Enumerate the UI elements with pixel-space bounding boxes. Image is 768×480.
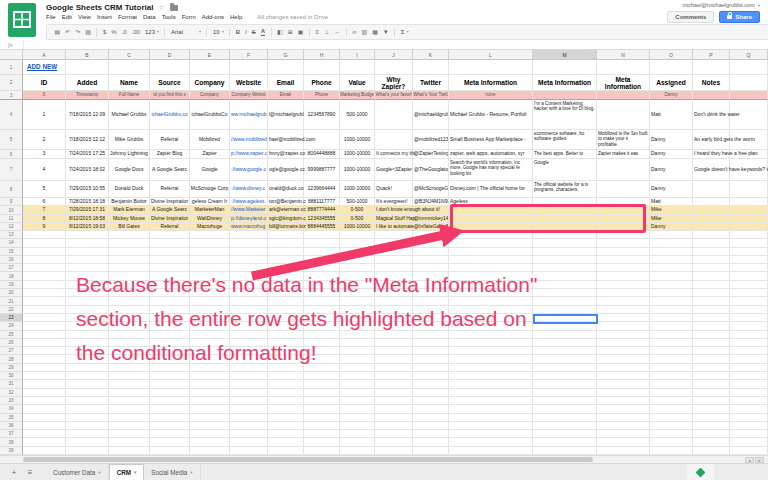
cell[interactable] (597, 322, 650, 330)
cell[interactable]: @mobilized1234 (413, 130, 449, 150)
cell[interactable] (23, 272, 66, 280)
row-number[interactable]: 4 (0, 100, 23, 130)
percent-format-icon[interactable]: % (111, 29, 116, 35)
cell[interactable]: Search the world's information, inc more… (449, 159, 533, 181)
cell[interactable]: Matt (650, 100, 693, 130)
cell[interactable] (693, 264, 730, 272)
cell[interactable] (413, 414, 449, 422)
cell[interactable] (268, 60, 304, 75)
cell[interactable] (23, 331, 66, 339)
cell[interactable] (413, 248, 449, 256)
cell[interactable] (340, 60, 375, 75)
cell[interactable] (375, 380, 413, 388)
cell[interactable] (150, 248, 190, 256)
cell[interactable]: 500-1000 (340, 100, 375, 130)
menu-help[interactable]: Help (230, 14, 242, 20)
italic-icon[interactable]: I (245, 29, 247, 35)
cell[interactable] (650, 281, 693, 289)
cell[interactable] (150, 447, 190, 455)
cell[interactable]: @McScroogeGold (413, 181, 449, 198)
cell[interactable] (730, 380, 768, 388)
cell[interactable] (340, 405, 375, 413)
menu-edit[interactable]: Edit (62, 14, 72, 20)
cell[interactable] (597, 422, 650, 430)
cell[interactable] (730, 322, 768, 330)
cell[interactable]: Danny (650, 223, 693, 231)
cell[interactable] (230, 231, 268, 239)
cell[interactable]: p://disneyland.o (230, 215, 268, 223)
menu-data[interactable]: Data (143, 14, 156, 20)
cell[interactable] (730, 364, 768, 372)
cell[interactable]: 3 (23, 150, 66, 159)
cell[interactable] (730, 206, 768, 215)
text-wrap-icon[interactable]: ↔ (334, 29, 340, 35)
row-number[interactable]: 3 (0, 91, 23, 100)
row-number[interactable]: 6 (0, 150, 23, 159)
column-header[interactable]: Q (730, 50, 768, 60)
row-number[interactable]: 34 (0, 405, 23, 413)
cell[interactable]: 1234567890 (304, 100, 340, 130)
menu-add-ons[interactable]: Add-ons (202, 14, 224, 20)
cell[interactable] (190, 397, 230, 405)
cell[interactable] (597, 281, 650, 289)
cell[interactable] (340, 239, 375, 247)
cell[interactable] (693, 372, 730, 380)
cell[interactable] (190, 256, 230, 264)
cell[interactable] (23, 438, 66, 446)
cell[interactable]: WaltDisney (190, 215, 230, 223)
column-header[interactable]: J (375, 50, 413, 60)
cell[interactable]: Danny (650, 150, 693, 159)
cell[interactable] (23, 430, 66, 438)
cell[interactable] (650, 414, 693, 422)
font-family-dropdown[interactable]: Arial ▾ (171, 29, 201, 35)
cell[interactable] (190, 389, 230, 397)
cell[interactable] (693, 447, 730, 455)
cell[interactable] (730, 91, 768, 100)
menu-insert[interactable]: Insert (97, 14, 112, 20)
cell[interactable] (23, 447, 66, 455)
cell[interactable]: Marketing Budge (340, 91, 375, 100)
cell[interactable] (533, 397, 597, 405)
cell[interactable] (650, 331, 693, 339)
cell[interactable] (268, 414, 304, 422)
cell[interactable] (23, 248, 66, 256)
cell[interactable] (23, 339, 66, 347)
cell[interactable] (597, 159, 650, 181)
cell[interactable] (650, 60, 693, 75)
cell[interactable] (650, 314, 693, 322)
cell[interactable] (449, 430, 533, 438)
cell[interactable] (230, 380, 268, 388)
cell[interactable] (650, 372, 693, 380)
menu-format[interactable]: Format (118, 14, 137, 20)
bold-icon[interactable]: B (236, 29, 240, 35)
cell[interactable]: 0 (23, 91, 66, 100)
row-number[interactable]: 36 (0, 422, 23, 430)
cell[interactable] (730, 215, 768, 223)
folder-icon[interactable] (170, 5, 178, 11)
cell[interactable] (730, 447, 768, 455)
cell[interactable] (693, 206, 730, 215)
cell[interactable]: Assigned (650, 75, 693, 91)
cell[interactable]: Mobilized is the Sm built to make your s… (597, 130, 650, 150)
cell[interactable] (375, 130, 413, 150)
cell[interactable] (533, 414, 597, 422)
cell[interactable]: www.macrohug (230, 223, 268, 231)
cell[interactable]: Donald Duck (109, 181, 150, 198)
cell[interactable] (597, 248, 650, 256)
cell[interactable]: Name (109, 75, 150, 91)
cell[interactable] (150, 397, 190, 405)
cell[interactable] (413, 438, 449, 446)
cell[interactable] (268, 447, 304, 455)
cell[interactable] (597, 364, 650, 372)
cell[interactable]: @michaeldgrubbz (413, 100, 449, 130)
cell[interactable] (304, 422, 340, 430)
cell[interactable] (375, 389, 413, 397)
cell[interactable] (23, 372, 66, 380)
row-number[interactable]: 29 (0, 364, 23, 372)
cell[interactable]: ://www.disney.c (230, 181, 268, 198)
cell[interactable] (375, 405, 413, 413)
cell[interactable] (533, 289, 597, 297)
cell[interactable]: 0-500 (340, 206, 375, 215)
cell[interactable]: Matt (650, 198, 693, 206)
cell[interactable]: I heard they have a free plan (693, 150, 730, 159)
